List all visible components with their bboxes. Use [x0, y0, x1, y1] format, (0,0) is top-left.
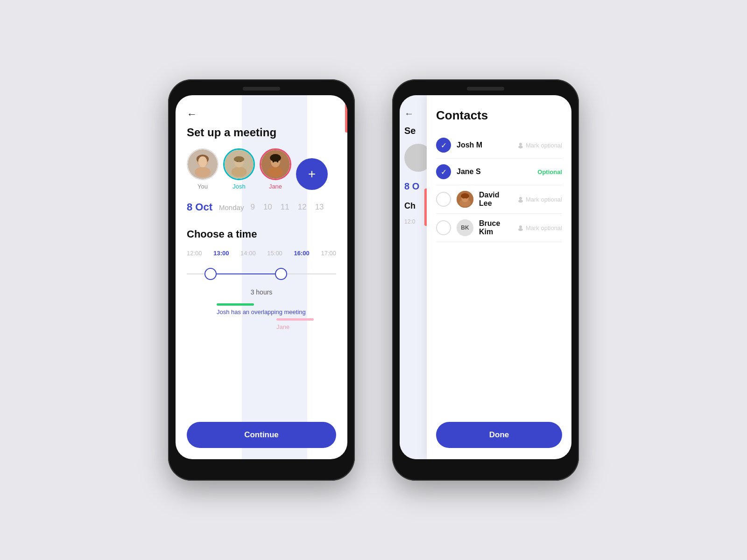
- avatar-jane-img: [260, 148, 291, 180]
- svg-point-20: [518, 146, 523, 148]
- date-row: 8 Oct Monday 9 10 11 12 13: [187, 201, 336, 217]
- right-phone-screen: ← Se 8 O Ch 12:0 Contacts ✓ Josh M: [400, 95, 571, 459]
- bruce-name: Bruce Kim: [479, 219, 512, 236]
- david-face-svg: [457, 191, 473, 208]
- add-avatar-wrap: +: [296, 158, 328, 190]
- bruce-check[interactable]: [436, 220, 451, 235]
- avatar-you: You: [187, 148, 218, 190]
- jane-name: Jane S: [457, 168, 532, 176]
- svg-point-19: [519, 143, 522, 146]
- contacts-panel: Contacts ✓ Josh M Mark optional: [427, 95, 571, 459]
- svg-point-29: [518, 228, 523, 231]
- date-num-9[interactable]: 9: [250, 203, 254, 212]
- bruce-avatar: BK: [457, 219, 473, 236]
- time-1300: 13:00: [213, 250, 229, 257]
- jane-optional[interactable]: Optional: [537, 168, 562, 175]
- overlap-indicators: Josh has an overlapping meeting Jane: [187, 303, 336, 330]
- right-screen-inner: ← Se 8 O Ch 12:0 Contacts ✓ Josh M: [400, 95, 571, 459]
- svg-point-14: [268, 167, 283, 177]
- meeting-screen: ← Set up a meeting: [176, 95, 347, 459]
- continue-button[interactable]: Continue: [187, 422, 336, 448]
- date-num-10[interactable]: 10: [263, 203, 272, 212]
- person-icon-josh: [517, 142, 524, 148]
- active-date[interactable]: 8 Oct: [187, 201, 212, 213]
- svg-point-28: [519, 225, 522, 228]
- bruce-mark-optional[interactable]: Mark optional: [517, 224, 562, 231]
- josh-check[interactable]: ✓: [436, 138, 451, 153]
- red-accent-bar: [345, 95, 347, 133]
- jane-overlap-label: Jane: [276, 323, 336, 330]
- slider-fill: [211, 273, 281, 274]
- david-check[interactable]: [436, 192, 451, 207]
- time-1600: 16:00: [294, 250, 310, 257]
- josh-face-svg: [225, 148, 254, 180]
- josh-overlap-bar: [217, 303, 254, 306]
- date-num-11[interactable]: 11: [281, 203, 289, 212]
- phone-speaker-left: [243, 87, 280, 91]
- day-label: Monday: [219, 203, 244, 211]
- contact-item-david[interactable]: David Lee Mark optional: [436, 185, 562, 214]
- avatar-you-label: You: [197, 183, 208, 190]
- contact-item-bruce[interactable]: BK Bruce Kim Mark optional: [436, 214, 562, 242]
- jane-overlap-bar: [276, 318, 314, 321]
- meeting-title: Set up a meeting: [187, 126, 336, 139]
- duration-label: 3 hours: [187, 288, 336, 296]
- svg-rect-12: [234, 158, 244, 161]
- jane-face-svg: [261, 148, 290, 180]
- time-1200: 12:00: [187, 250, 202, 257]
- slider-thumb-start[interactable]: [204, 268, 217, 280]
- person-icon-bruce: [517, 224, 524, 231]
- time-1400: 14:00: [240, 250, 256, 257]
- date-numbers: 9 10 11 12 13: [250, 203, 324, 212]
- time-axis: 12:00 13:00 14:00 15:00 16:00 17:00: [187, 250, 336, 257]
- avatar-josh[interactable]: Josh: [223, 148, 255, 190]
- time-1700: 17:00: [321, 250, 336, 257]
- overlap-message: Josh has an overlapping meeting: [217, 308, 336, 315]
- you-face-svg: [188, 148, 218, 180]
- svg-point-4: [195, 167, 211, 178]
- avatar-josh-img: [223, 148, 255, 180]
- left-phone: ← Set up a meeting: [168, 79, 355, 481]
- add-person-button[interactable]: +: [296, 158, 328, 190]
- svg-point-18: [277, 161, 279, 163]
- avatar-josh-label: Josh: [233, 183, 245, 190]
- svg-point-7: [232, 167, 247, 177]
- done-button[interactable]: Done: [436, 422, 562, 448]
- bruce-optional-label: Mark optional: [526, 224, 562, 231]
- phone-speaker-right: [467, 87, 504, 91]
- svg-point-24: [461, 193, 469, 199]
- phones-container: ← Set up a meeting: [168, 79, 579, 481]
- avatar-jane[interactable]: Jane: [260, 148, 291, 190]
- david-avatar: [457, 191, 473, 208]
- josh-optional-label: Mark optional: [526, 142, 562, 149]
- avatar-jane-label: Jane: [269, 183, 282, 190]
- avatars-row: You: [187, 148, 336, 190]
- svg-point-26: [519, 197, 522, 200]
- choose-time-title: Choose a time: [187, 228, 336, 240]
- contacts-title: Contacts: [436, 108, 562, 123]
- date-num-12[interactable]: 12: [298, 203, 307, 212]
- josh-mark-optional[interactable]: Mark optional: [517, 142, 562, 149]
- contact-item-josh[interactable]: ✓ Josh M Mark optional: [436, 132, 562, 159]
- slider-thumb-end[interactable]: [275, 268, 287, 280]
- date-num-13[interactable]: 13: [315, 203, 324, 212]
- svg-point-25: [462, 198, 468, 202]
- david-mark-optional[interactable]: Mark optional: [517, 196, 562, 203]
- david-optional-label: Mark optional: [526, 196, 562, 203]
- jane-check[interactable]: ✓: [436, 164, 451, 179]
- time-slider[interactable]: [187, 262, 336, 286]
- avatar-you-img: [187, 148, 218, 180]
- person-icon-david: [517, 196, 524, 203]
- right-red-accent: [424, 189, 427, 226]
- david-name: David Lee: [479, 191, 512, 208]
- svg-point-27: [518, 200, 523, 203]
- right-phone: ← Se 8 O Ch 12:0 Contacts ✓ Josh M: [392, 79, 579, 481]
- left-phone-screen: ← Set up a meeting: [176, 95, 347, 459]
- svg-point-17: [273, 161, 275, 163]
- contact-item-jane[interactable]: ✓ Jane S Optional: [436, 159, 562, 185]
- plus-icon: +: [308, 167, 316, 182]
- josh-name: Josh M: [457, 141, 512, 149]
- svg-point-16: [270, 154, 281, 161]
- time-1500: 15:00: [267, 250, 282, 257]
- back-button[interactable]: ←: [187, 108, 336, 120]
